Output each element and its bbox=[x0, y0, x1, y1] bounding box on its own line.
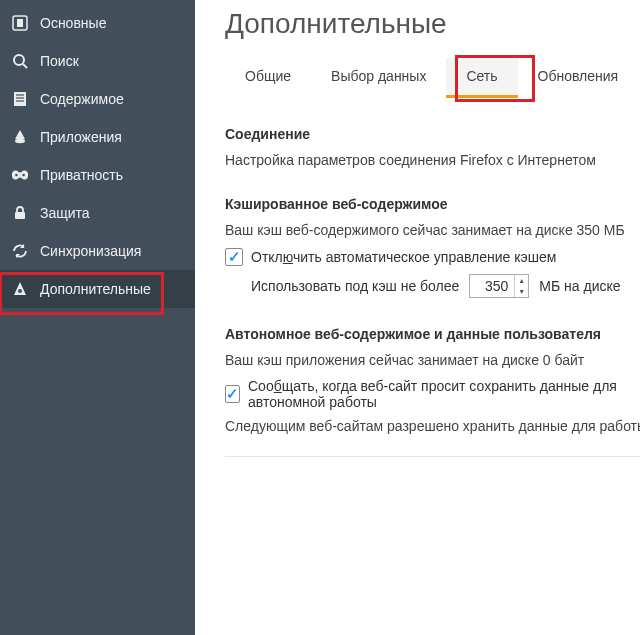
content-icon bbox=[10, 89, 30, 109]
offline-usage: Ваш кэш приложения сейчас занимает на ди… bbox=[225, 352, 640, 368]
privacy-icon bbox=[10, 165, 30, 185]
separator bbox=[225, 456, 640, 457]
sidebar-item-label: Основные bbox=[40, 15, 106, 31]
svg-point-12 bbox=[15, 174, 18, 177]
cached-title: Кэшированное веб-содержимое bbox=[225, 196, 640, 212]
connection-title: Соединение bbox=[225, 126, 640, 142]
main-panel: Дополнительные ОбщиеВыбор данныхСетьОбно… bbox=[195, 0, 640, 635]
cache-limit-input[interactable] bbox=[470, 275, 514, 297]
cache-limit-spinner[interactable]: ▲ ▼ bbox=[514, 275, 528, 297]
svg-line-3 bbox=[23, 64, 27, 68]
svg-point-8 bbox=[15, 139, 25, 143]
security-icon bbox=[10, 203, 30, 223]
tell-when-store-row: ✓ Сообщать, когда веб-сайт просит сохран… bbox=[225, 378, 640, 410]
tab-general[interactable]: Общие bbox=[225, 58, 311, 98]
svg-point-2 bbox=[14, 55, 24, 65]
sidebar-item-label: Содержимое bbox=[40, 91, 124, 107]
tell-when-store-label: Сообщать, когда веб-сайт просит сохранит… bbox=[248, 378, 640, 410]
override-cache-row: ✓ Отключить автоматическое управление кэ… bbox=[225, 248, 640, 266]
svg-rect-1 bbox=[17, 19, 23, 27]
sidebar-item-label: Дополнительные bbox=[40, 281, 151, 297]
sidebar-item-label: Защита bbox=[40, 205, 90, 221]
tab-updates[interactable]: Обновления bbox=[518, 58, 639, 98]
sidebar-item-advanced[interactable]: Дополнительные bbox=[0, 270, 195, 308]
svg-rect-14 bbox=[15, 212, 25, 219]
search-icon bbox=[10, 51, 30, 71]
tab-bar: ОбщиеВыбор данныхСетьОбновления bbox=[225, 58, 640, 98]
spin-up-icon[interactable]: ▲ bbox=[515, 275, 528, 286]
cache-limit-row: Использовать под кэш не более ▲ ▼ МБ на … bbox=[251, 274, 640, 298]
sidebar-item-label: Поиск bbox=[40, 53, 79, 69]
main-icon bbox=[10, 13, 30, 33]
advanced-icon bbox=[10, 279, 30, 299]
sidebar-item-label: Приложения bbox=[40, 129, 122, 145]
svg-point-13 bbox=[22, 174, 25, 177]
offline-title: Автономное веб-содержимое и данные польз… bbox=[225, 326, 640, 342]
tell-when-store-checkbox[interactable]: ✓ bbox=[225, 385, 240, 403]
section-offline: Автономное веб-содержимое и данные польз… bbox=[225, 326, 640, 457]
sidebar: ОсновныеПоискСодержимоеПриложенияПриватн… bbox=[0, 0, 195, 635]
tab-datachoice[interactable]: Выбор данных bbox=[311, 58, 446, 98]
connection-desc: Настройка параметров соединения Firefox … bbox=[225, 152, 640, 168]
sidebar-item-security[interactable]: Защита bbox=[0, 194, 195, 232]
sidebar-item-content[interactable]: Содержимое bbox=[0, 80, 195, 118]
cache-limit-spinbox[interactable]: ▲ ▼ bbox=[469, 274, 529, 298]
sidebar-item-search[interactable]: Поиск bbox=[0, 42, 195, 80]
spin-down-icon[interactable]: ▼ bbox=[515, 286, 528, 297]
apps-icon bbox=[10, 127, 30, 147]
sidebar-item-label: Синхронизация bbox=[40, 243, 141, 259]
cache-limit-label: Использовать под кэш не более bbox=[251, 278, 459, 294]
sidebar-item-sync[interactable]: Синхронизация bbox=[0, 232, 195, 270]
sidebar-item-apps[interactable]: Приложения bbox=[0, 118, 195, 156]
sidebar-item-main[interactable]: Основные bbox=[0, 4, 195, 42]
override-cache-label: Отключить автоматическое управление кэше… bbox=[251, 249, 556, 265]
override-cache-checkbox[interactable]: ✓ bbox=[225, 248, 243, 266]
cached-usage: Ваш кэш веб-содержимого сейчас занимает … bbox=[225, 222, 640, 238]
section-cached: Кэшированное веб-содержимое Ваш кэш веб-… bbox=[225, 196, 640, 298]
svg-rect-4 bbox=[14, 92, 26, 106]
offline-allowed-label: Следующим веб-сайтам разрешено хранить д… bbox=[225, 418, 640, 434]
page-title: Дополнительные bbox=[225, 8, 640, 40]
sidebar-item-privacy[interactable]: Приватность bbox=[0, 156, 195, 194]
tab-network[interactable]: Сеть bbox=[446, 58, 517, 98]
sync-icon bbox=[10, 241, 30, 261]
cache-limit-unit: МБ на диске bbox=[539, 278, 620, 294]
sidebar-item-label: Приватность bbox=[40, 167, 123, 183]
svg-point-15 bbox=[18, 289, 22, 293]
section-connection: Соединение Настройка параметров соединен… bbox=[225, 126, 640, 168]
